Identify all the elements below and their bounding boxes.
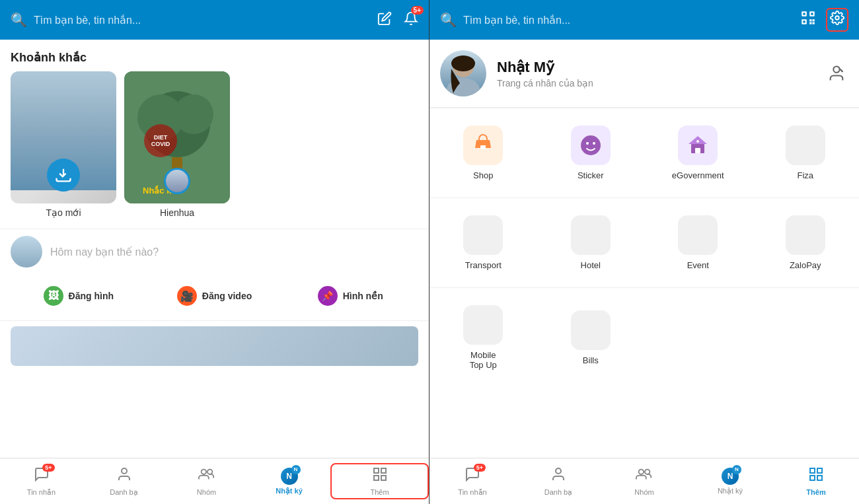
post-image-button[interactable]: 🖼 Đăng hình [11,279,147,312]
svg-rect-12 [374,476,379,480]
svg-point-30 [581,135,601,155]
right-header-icons [800,8,848,32]
left-nav-groups-label: Nhóm [197,488,216,496]
story-create-label: Tạo mới [46,207,81,218]
service-hotel[interactable]: Hotel [537,205,645,281]
zalopay-icon [786,215,825,255]
diary-avatar-badge: N [291,465,301,474]
left-nav-diary-label: Nhật ký [276,487,303,495]
post-actions: 🖼 Đăng hình 🎥 Đăng video 📌 Hình nền [0,274,429,321]
svg-rect-20 [809,19,811,21]
service-transport-label: Transport [465,260,502,270]
service-shop-label: Shop [473,170,493,180]
svg-point-27 [451,55,475,71]
svg-rect-29 [480,145,486,149]
services-grid-row1: Shop Sticker [430,108,859,198]
left-nav-messages[interactable]: 5+ Tin nhắn [0,462,83,501]
mobile-topup-icon [463,305,503,345]
svg-point-8 [201,470,205,474]
left-nav-contacts-label: Danh bạ [110,488,137,497]
story-hienhua-avatar [164,168,190,194]
service-bills-label: Bills [583,355,599,365]
svg-rect-42 [810,476,815,480]
profile-info: Nhật Mỹ Trang cá nhân của bạn [497,59,814,89]
right-messages-badge: 5+ [474,464,486,472]
post-status-bar[interactable]: Hôm nay bạn thế nào? [0,229,429,274]
notification-button[interactable]: 5+ [404,11,418,29]
left-header-icons: 5+ [377,11,418,29]
right-nav-diary-label: Nhật ký [718,487,743,495]
service-zalopay-label: ZaloPay [790,260,821,270]
service-mobile-topup[interactable]: MobileTop Up [430,295,537,380]
left-nav-groups[interactable]: Nhóm [165,462,248,500]
svg-point-38 [639,470,644,474]
feed-preview-img [11,326,418,366]
profile-header: Nhật Mỹ Trang cá nhân của bạn [430,40,859,108]
svg-rect-41 [817,468,822,473]
left-search-bar[interactable]: 🔍 Tìm bạn bè, tin nhắn... [11,12,377,28]
right-search-bar[interactable]: 🔍 Tìm bạn bè, tin nhắn... [440,12,800,28]
settings-button[interactable] [826,8,848,32]
story-create[interactable]: Tạo mới [11,71,116,218]
post-video-label: Đăng video [202,291,252,301]
left-nav-diary[interactable]: N N Nhật ký [248,464,330,499]
profile-edit-button[interactable] [825,61,848,85]
service-event[interactable]: Event [644,205,752,281]
services-grid-row3: MobileTop Up Bills [430,288,859,387]
left-header: 🔍 Tìm bạn bè, tin nhắn... 5+ [0,0,429,40]
svg-rect-11 [381,468,386,473]
qr-code-button[interactable] [800,9,817,30]
svg-rect-22 [809,22,811,24]
left-bottom-nav: 5+ Tin nhắn Danh bạ Nhó [0,458,429,504]
bills-icon [571,310,611,350]
service-fiza[interactable]: Fiza [752,115,860,191]
service-shop[interactable]: Shop [430,115,537,191]
right-nav-messages-label: Tin nhắn [458,488,486,497]
search-placeholder: Tìm bạn bè, tin nhắn... [34,14,141,26]
right-panel: 🔍 Tìm bạn bè, tin nhắn... [430,0,859,504]
right-nav-more-label: Thêm [806,488,825,496]
hotel-icon [571,215,611,255]
left-nav-more[interactable]: Thêm [330,463,429,499]
right-nav-contacts-label: Danh bạ [544,488,572,497]
right-more-icon [808,466,824,486]
svg-point-31 [586,142,589,145]
messages-badge: 5+ [42,464,54,472]
right-bottom-nav: 5+ Tin nhắn Danh bạ Nhó [430,458,859,504]
svg-rect-21 [813,19,815,21]
right-nav-contacts[interactable]: Danh bạ [515,462,601,501]
post-wallpaper-button[interactable]: 📌 Hình nền [282,279,418,312]
svg-rect-23 [813,22,815,24]
right-groups-icon [636,466,653,486]
right-contacts-icon [550,466,566,486]
post-image-label: Đăng hình [69,291,114,301]
svg-point-28 [833,67,839,73]
profile-subtitle: Trang cá nhân của bạn [497,78,814,89]
service-bills[interactable]: Bills [537,295,645,380]
svg-point-39 [645,470,650,474]
right-diary-icon: N N [722,468,739,485]
post-placeholder: Hôm nay bạn thế nào? [50,246,418,258]
post-video-button[interactable]: 🎥 Đăng video [147,279,283,312]
right-nav-more[interactable]: Thêm [773,462,859,500]
right-nav-messages[interactable]: 5+ Tin nhắn [430,462,515,501]
story-hienhua[interactable]: Nhắc kẻ DIET COVID Hienhua [124,71,230,218]
service-egovernment[interactable]: eGovernment [644,115,752,191]
left-nav-contacts[interactable]: Danh bạ [83,462,165,501]
right-nav-diary[interactable]: N N Nhật ký [687,464,773,499]
story-hienhua-label: Hienhua [160,207,194,218]
services-grid-row2: Transport Hotel Event ZaloPay [430,198,859,287]
service-zalopay[interactable]: ZaloPay [752,205,860,281]
right-messages-icon: 5+ [465,466,480,486]
service-hotel-label: Hotel [581,260,601,270]
right-search-icon: 🔍 [440,12,457,28]
right-nav-groups[interactable]: Nhóm [601,462,687,500]
compose-button[interactable] [377,11,392,29]
notification-badge: 5+ [411,6,424,15]
service-sticker[interactable]: Sticker [537,115,645,191]
service-empty-2 [752,295,860,380]
fiza-icon [786,126,825,165]
event-icon [678,215,718,255]
service-transport[interactable]: Transport [430,205,537,281]
right-diary-avatar-badge: N [732,465,741,474]
